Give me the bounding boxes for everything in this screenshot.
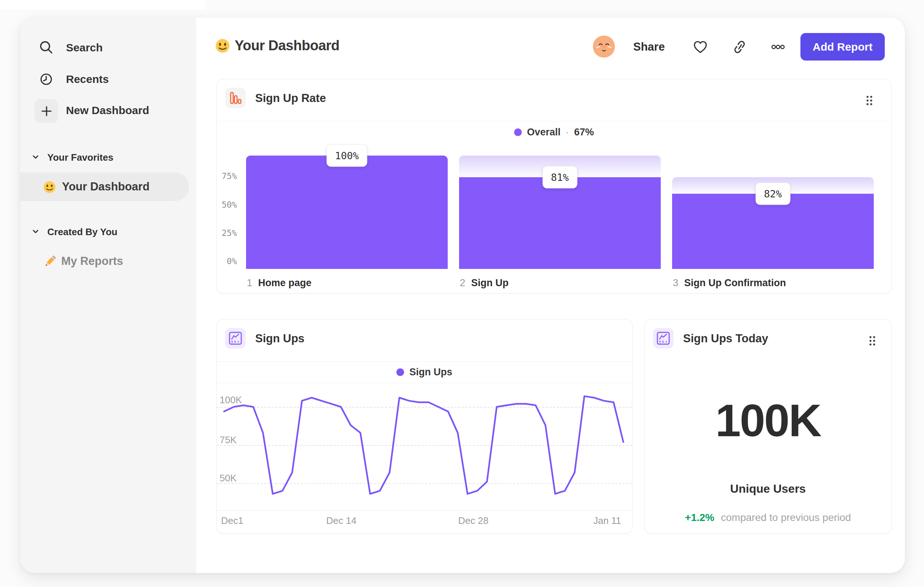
sidebar-item-label: Your Dashboard: [62, 180, 150, 193]
legend-value: 67%: [574, 127, 594, 138]
funnel-step-1[interactable]: 100%1Home page: [246, 155, 448, 269]
step-name: Home page: [258, 277, 312, 288]
funnel-bar[interactable]: [672, 194, 874, 269]
plus-icon: [35, 99, 58, 123]
legend-label: Sign Ups: [409, 367, 452, 378]
page: Search Recents New Dashboard Your Favori…: [0, 0, 924, 587]
step-name: Sign Up Confirmation: [684, 277, 786, 288]
favorite-heart-icon[interactable]: [691, 38, 709, 56]
card-header: Sign Up Rate: [217, 79, 891, 121]
browser-chrome-strip: [0, 0, 205, 10]
sidebar-section-your-favorites[interactable]: Your Favorites: [31, 152, 113, 163]
card-title: Sign Up Rate: [255, 92, 326, 105]
sidebar-item-label: New Dashboard: [66, 104, 149, 117]
y-tick-label: 50%: [217, 200, 237, 210]
card-sign-up-rate: Sign Up Rate Overall · 67% 75%50%25%0% 1…: [216, 79, 892, 293]
x-tick-label: Jan 11: [593, 515, 621, 526]
x-axis-line: [217, 510, 632, 511]
sidebar-item-new-dashboard[interactable]: New Dashboard: [20, 100, 174, 121]
sidebar-item-search[interactable]: Search: [20, 37, 174, 58]
line-legend[interactable]: Sign Ups: [217, 362, 632, 383]
card-title: Sign Ups: [255, 332, 304, 345]
funnel-value-chip: 82%: [756, 182, 790, 205]
recents-clock-icon: [35, 68, 58, 91]
funnel-step-3[interactable]: 82%3Sign Up Confirmation: [672, 155, 874, 269]
y-tick-label: 0%: [217, 256, 237, 267]
app-window: Search Recents New Dashboard Your Favori…: [20, 18, 905, 573]
chevron-down-icon: [31, 227, 40, 237]
line-chart-icon: [225, 328, 246, 349]
metric-delta: +1.2% compared to previous period: [645, 512, 891, 524]
signups-line-series[interactable]: [224, 396, 623, 494]
metric-value: 100K: [645, 394, 891, 446]
funnel-step-label: 2Sign Up: [460, 277, 508, 289]
more-options-icon[interactable]: [769, 38, 787, 56]
funnel-chart[interactable]: 100%1Home page81%2Sign Up82%3Sign Up Con…: [246, 155, 874, 269]
sidebar-section-created-by-you[interactable]: Created By You: [31, 227, 117, 238]
sidebar-item-label: My Reports: [61, 255, 123, 268]
x-tick-label: Dec1: [221, 515, 243, 526]
section-label: Created By You: [47, 227, 117, 238]
page-title: Your Dashboard: [235, 38, 340, 54]
sidebar: Search Recents New Dashboard Your Favori…: [20, 18, 196, 573]
section-label: Your Favorites: [47, 152, 113, 163]
funnel-bar[interactable]: [459, 177, 661, 269]
x-tick-label: Dec 14: [326, 515, 356, 526]
sidebar-item-my-reports[interactable]: My Reports: [20, 250, 189, 272]
delta-note: compared to previous period: [721, 512, 851, 523]
drag-handle-icon[interactable]: [862, 93, 877, 108]
smiley-emoji: [215, 38, 230, 55]
step-number: 1: [247, 277, 252, 288]
legend-separator: ·: [566, 127, 569, 138]
y-tick-label: 25%: [217, 228, 237, 238]
funnel-value-chip: 81%: [543, 166, 578, 188]
sidebar-item-label: Search: [66, 41, 103, 54]
step-number: 3: [673, 277, 678, 288]
card-header: Sign Ups Today: [645, 319, 891, 362]
card-sign-ups-today: Sign Ups Today 100K Unique Users +1.2% c…: [644, 319, 892, 534]
card-sign-ups: Sign Ups Sign Ups 100K 75K 50K Dec1 Dec …: [216, 319, 632, 534]
sidebar-item-label: Recents: [66, 73, 109, 86]
funnel-step-2[interactable]: 81%2Sign Up: [459, 155, 661, 269]
funnel-legend[interactable]: Overall · 67%: [217, 121, 891, 143]
step-number: 2: [460, 277, 465, 288]
smiley-emoji: [43, 180, 56, 195]
legend-dot: [396, 368, 404, 376]
y-tick-label: 75%: [217, 171, 237, 182]
funnel-step-label: 1Home page: [247, 277, 312, 289]
sidebar-item-recents[interactable]: Recents: [20, 69, 174, 89]
metric-label: Unique Users: [645, 482, 891, 496]
card-title: Sign Ups Today: [683, 332, 768, 345]
share-button[interactable]: Share: [633, 40, 665, 54]
x-tick-label: Dec 28: [458, 515, 488, 526]
chevron-down-icon: [31, 153, 40, 163]
card-header: Sign Ups: [217, 319, 632, 362]
sidebar-item-your-dashboard[interactable]: Your Dashboard: [20, 172, 189, 201]
user-avatar[interactable]: [593, 36, 615, 58]
add-report-button[interactable]: Add Report: [800, 33, 885, 61]
delta-percent: +1.2%: [685, 512, 714, 523]
line-chart[interactable]: [217, 383, 633, 510]
search-icon: [35, 36, 58, 60]
pencil-emoji: [43, 255, 57, 270]
line-chart-icon: [653, 328, 673, 349]
funnel-step-label: 3Sign Up Confirmation: [673, 277, 786, 289]
legend-label: Overall: [527, 127, 561, 138]
bar-chart-icon: [225, 88, 246, 108]
funnel-bar[interactable]: [246, 155, 448, 269]
copy-link-icon[interactable]: [731, 38, 748, 56]
funnel-value-chip: 100%: [326, 145, 367, 167]
drag-handle-icon[interactable]: [865, 334, 879, 348]
legend-dot: [514, 128, 522, 136]
step-name: Sign Up: [471, 277, 508, 288]
